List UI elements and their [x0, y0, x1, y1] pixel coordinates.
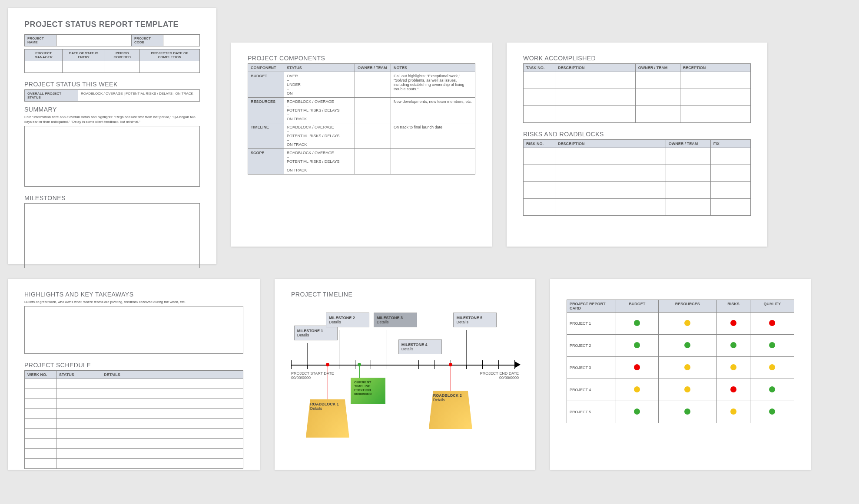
row-timeline-label: TIMELINE [248, 123, 284, 149]
col-status: STATUS [284, 64, 355, 72]
status-dot-icon [634, 320, 640, 326]
milestone-box-1: MILESTONE 1 Details [294, 326, 338, 340]
header-table-1: PROJECT NAME PROJECT CODE [24, 34, 200, 46]
status-dot-icon [769, 386, 775, 392]
rc-status-cell [658, 401, 716, 423]
sched-col-details: DETAILS [101, 371, 243, 379]
status-dot-icon [684, 364, 690, 370]
wa-col-task: TASK NO. [524, 64, 555, 72]
cell-project-code[interactable] [163, 35, 200, 46]
milestones-box[interactable] [24, 203, 200, 268]
roadblock-box-2: ROADBLOCK 2 Details [429, 391, 472, 429]
page-status-report: PROJECT STATUS REPORT TEMPLATE PROJECT N… [8, 8, 216, 264]
status-dot-icon [634, 364, 640, 370]
project-schedule-table: WEEK NO. STATUS DETAILS [24, 370, 243, 469]
rc-status-cell [658, 313, 716, 335]
col-entry-date: DATE OF STATUS ENTRY [63, 49, 105, 61]
current-position-box: CURRENT TIMELINE POSITION 00/00/0000 [351, 378, 385, 404]
status-dot-icon [684, 386, 690, 392]
label-start: PROJECT START DATE00/00/0000 [291, 371, 334, 380]
rc-row-name: PROJECT 4 [567, 379, 616, 401]
rc-col-quality: QUALITY [750, 300, 794, 313]
rc-status-cell [658, 379, 716, 401]
components-table: COMPONENT STATUS OWNER / TEAM NOTES BUDG… [248, 63, 475, 175]
row-resources-owner[interactable] [355, 98, 391, 123]
wa-col-owner: OWNER / TEAM [635, 64, 680, 72]
sched-col-week: WEEK NO. [25, 371, 56, 379]
rc-col-resources: RESOURCES [658, 300, 716, 313]
rc-col-budget: BUDGET [616, 300, 659, 313]
roadblock-box-1: ROADBLOCK 1 Details [306, 399, 349, 438]
status-dot-icon [684, 342, 690, 348]
milestone-5-details: Details [456, 320, 468, 324]
roadblock-1-title: ROADBLOCK 1 [310, 402, 339, 406]
rc-status-cell [716, 313, 750, 335]
milestone-5-title: MILESTONE 5 [456, 316, 482, 320]
row-budget-owner[interactable] [355, 72, 391, 98]
legend-text: ROADBLOCK / OVERAGE | POTENTIAL RISKS / … [78, 90, 200, 102]
col-manager: PROJECT MANAGER [25, 49, 63, 61]
rc-status-cell [616, 379, 659, 401]
summary-box[interactable] [24, 126, 200, 187]
page-title: PROJECT STATUS REPORT TEMPLATE [24, 20, 200, 29]
row-resources-label: RESOURCES [248, 98, 284, 123]
row-scope-status: ROADBLOCK / OVERAGE – POTENTIAL RISKS / … [284, 149, 355, 175]
rc-row-name: PROJECT 3 [567, 357, 616, 379]
rr-col-desc: DESCRIPTION [555, 140, 666, 148]
status-dot-icon [634, 342, 640, 348]
col-completion: PROJECTED DATE OF COMPLETION [139, 49, 199, 61]
status-dot-icon [634, 408, 640, 415]
rr-col-owner: OWNER / TEAM [666, 140, 710, 148]
rc-status-cell [616, 335, 659, 357]
label-end: PROJECT END DATE00/00/0000 [480, 371, 519, 380]
row-budget-notes: Call out highlights: "Exceptional work,"… [391, 72, 475, 98]
milestone-box-2: MILESTONE 2 Details [326, 313, 369, 327]
row-scope-label: SCOPE [248, 149, 284, 175]
rc-status-cell [716, 401, 750, 423]
highlights-box[interactable] [24, 306, 243, 354]
status-dot-icon [684, 408, 690, 415]
row-budget-status: OVER – UNDER – ON [284, 72, 355, 98]
work-accomplished-table: TASK NO. DESCRIPTION OWNER / TEAM RECEPT… [523, 63, 751, 123]
rc-row-name: PROJECT 5 [567, 401, 616, 423]
wa-col-reception: RECEPTION [680, 64, 750, 72]
milestone-2-details: Details [329, 320, 341, 324]
heading-highlights: HIGHLIGHTS AND KEY TAKEAWAYS [24, 291, 243, 298]
status-dot-icon [634, 386, 640, 392]
status-dot-icon [730, 320, 736, 326]
wa-col-desc: DESCRIPTION [555, 64, 636, 72]
rc-title: PROJECT REPORT CARD [567, 300, 616, 313]
rc-status-cell [658, 357, 716, 379]
status-dot-icon [769, 320, 775, 326]
col-owner: OWNER / TEAM [355, 64, 391, 72]
rc-status-cell [616, 313, 659, 335]
status-dot-icon [769, 364, 775, 370]
rc-row-name: PROJECT 1 [567, 313, 616, 335]
milestone-2-title: MILESTONE 2 [329, 316, 355, 320]
rc-status-cell [716, 379, 750, 401]
page-project-timeline: PROJECT TIMELINE MILESTONE 1 Details MIL… [275, 279, 535, 470]
row-timeline-owner[interactable] [355, 123, 391, 149]
roadblock-2-title: ROADBLOCK 2 [433, 393, 462, 398]
timeline-diagram: MILESTONE 1 Details MILESTONE 2 Details … [291, 300, 519, 464]
col-component: COMPONENT [248, 64, 284, 72]
rc-status-cell [750, 357, 794, 379]
status-dot-icon [730, 386, 736, 392]
row-scope-notes[interactable] [391, 149, 475, 175]
label-project-name: PROJECT NAME [25, 35, 56, 46]
status-dot-icon [684, 320, 690, 326]
row-scope-owner[interactable] [355, 149, 391, 175]
status-dot-icon [730, 408, 736, 415]
milestone-1-details: Details [297, 333, 309, 337]
heading-work-accomplished: WORK ACCOMPLISHED [523, 55, 751, 62]
row-timeline-notes: On track to final launch date [391, 123, 475, 149]
rc-status-cell [616, 357, 659, 379]
rc-status-cell [750, 379, 794, 401]
rc-status-cell [716, 357, 750, 379]
arrow-right-icon [514, 361, 521, 368]
cell-project-name[interactable] [56, 35, 132, 46]
current-position-title: CURRENT TIMELINE POSITION [354, 380, 371, 392]
current-position-date: 00/00/0000 [354, 392, 371, 396]
status-dot-icon [730, 342, 736, 348]
row-budget-label: BUDGET [248, 72, 284, 98]
